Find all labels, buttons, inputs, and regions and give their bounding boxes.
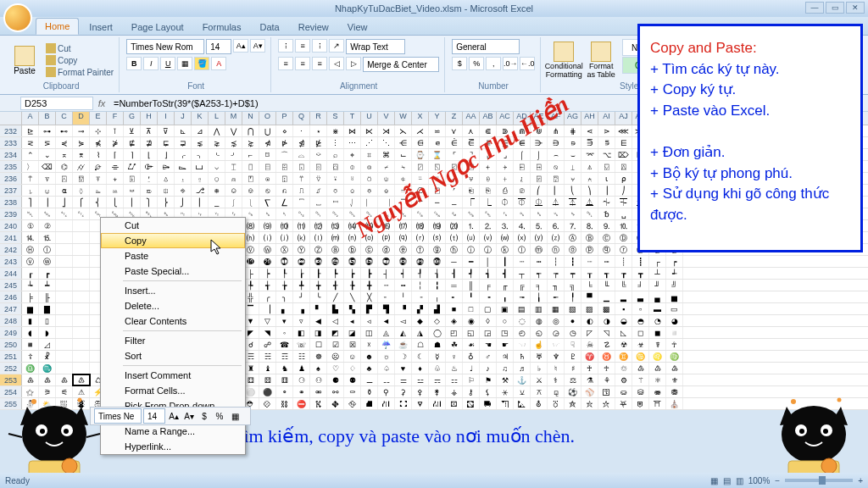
cell[interactable]: ☕ bbox=[395, 339, 412, 350]
cell[interactable]: ⋫ bbox=[276, 137, 293, 148]
tab-view[interactable]: View bbox=[339, 19, 376, 35]
column-header[interactable]: K bbox=[192, 112, 209, 125]
cell[interactable]: ⋬ bbox=[293, 137, 310, 148]
cell[interactable]: ◯ bbox=[429, 327, 446, 338]
cell[interactable]: ⒅ bbox=[412, 220, 429, 231]
cell[interactable]: ║ bbox=[463, 280, 480, 291]
cell[interactable]: ⋃ bbox=[259, 125, 276, 136]
cell[interactable]: ⋀ bbox=[209, 125, 225, 136]
column-header[interactable]: M bbox=[225, 112, 242, 125]
cell[interactable]: ⋗ bbox=[598, 125, 615, 136]
cell[interactable]: ⌲ bbox=[158, 161, 175, 172]
cell[interactable]: ☻ bbox=[361, 351, 378, 362]
cell[interactable]: ♰ bbox=[581, 363, 598, 374]
cell[interactable]: ⒍ bbox=[548, 220, 565, 231]
cell[interactable]: ┵ bbox=[666, 268, 683, 279]
cell[interactable]: ⌼ bbox=[327, 161, 344, 172]
row-header[interactable]: 247 bbox=[0, 303, 22, 314]
cell[interactable]: ⍊ bbox=[565, 161, 581, 172]
cell[interactable]: ⚈ bbox=[327, 374, 344, 385]
column-header[interactable]: A bbox=[22, 112, 39, 125]
align-top-button[interactable]: ⫶ bbox=[278, 39, 293, 53]
cell[interactable]: ⎊ bbox=[242, 185, 259, 196]
merge-center-button[interactable]: Merge & Center bbox=[363, 57, 439, 72]
cell[interactable]: ⋰ bbox=[361, 137, 378, 148]
cell[interactable]: ⒈ bbox=[463, 220, 480, 231]
cell[interactable]: ♷ bbox=[39, 374, 56, 385]
cell[interactable]: Ⓦ bbox=[259, 244, 276, 255]
cell[interactable]: ╶ bbox=[412, 291, 429, 302]
cell[interactable]: ╷ bbox=[429, 291, 446, 302]
row-header[interactable]: 250 bbox=[0, 339, 22, 350]
cell[interactable]: ◐ bbox=[581, 315, 598, 326]
cell[interactable]: ⎩ bbox=[107, 197, 124, 208]
cell[interactable]: ⒥ bbox=[276, 232, 293, 243]
row-header[interactable]: 242 bbox=[0, 244, 22, 255]
cell[interactable]: ☔ bbox=[378, 339, 395, 350]
cell[interactable]: ⋥ bbox=[175, 137, 192, 148]
cell[interactable]: ╴ bbox=[378, 291, 395, 302]
cell[interactable]: ⒳ bbox=[514, 232, 531, 243]
cell[interactable]: ⍆ bbox=[497, 161, 514, 172]
cell[interactable]: ⒑ bbox=[615, 220, 632, 231]
column-header[interactable]: T bbox=[344, 112, 361, 125]
cell[interactable]: ♎ bbox=[22, 363, 39, 374]
cell[interactable]: ⚘ bbox=[598, 374, 615, 385]
cell[interactable]: ⏃ bbox=[548, 197, 565, 208]
ctx-sort[interactable]: Sort bbox=[101, 348, 245, 363]
cell[interactable]: ╝ bbox=[666, 280, 683, 291]
cell[interactable]: ┣ bbox=[361, 268, 378, 279]
cell[interactable]: ┦ bbox=[412, 268, 429, 279]
cell[interactable]: ☖ bbox=[412, 339, 429, 350]
cell[interactable]: ♊ bbox=[615, 351, 632, 362]
cell[interactable]: ⋲ bbox=[395, 137, 412, 148]
cell[interactable]: ⋩ bbox=[242, 137, 259, 148]
cell[interactable]: ␚ bbox=[463, 208, 480, 219]
cell[interactable]: ⋈ bbox=[344, 125, 361, 136]
cell[interactable]: ⚽ bbox=[565, 386, 581, 397]
cell[interactable]: ⋽ bbox=[581, 137, 598, 148]
cell[interactable]: ♧ bbox=[429, 363, 446, 374]
cell[interactable]: ♱ bbox=[598, 363, 615, 374]
cell[interactable]: ■ bbox=[446, 303, 463, 314]
cell[interactable]: ⌍ bbox=[192, 149, 209, 160]
cell[interactable]: ⎛ bbox=[531, 185, 548, 196]
cell[interactable]: ⋒ bbox=[514, 125, 531, 136]
cell[interactable]: ┪ bbox=[480, 268, 497, 279]
cell[interactable]: ◍ bbox=[531, 315, 548, 326]
cell[interactable]: ⋡ bbox=[107, 137, 124, 148]
cell[interactable]: ⛧ bbox=[615, 398, 632, 409]
column-header[interactable]: S bbox=[327, 112, 344, 125]
cell[interactable]: ⒏ bbox=[581, 220, 598, 231]
office-button[interactable] bbox=[3, 3, 32, 32]
cell[interactable]: ⋹ bbox=[514, 137, 531, 148]
cell[interactable]: ⚉ bbox=[344, 374, 361, 385]
cell[interactable]: ⚫ bbox=[259, 386, 276, 397]
cell[interactable]: ▛ bbox=[361, 303, 378, 314]
cell[interactable]: ▮ bbox=[22, 315, 39, 326]
cell[interactable]: ━ bbox=[463, 256, 480, 267]
cell[interactable]: ⒱ bbox=[480, 232, 497, 243]
cell[interactable]: ⋕ bbox=[565, 125, 581, 136]
cell[interactable]: ◹ bbox=[598, 327, 615, 338]
cell[interactable]: ▤ bbox=[514, 303, 531, 314]
cell[interactable]: □ bbox=[463, 303, 480, 314]
cell[interactable]: ⏀ bbox=[497, 197, 514, 208]
ctx-cut[interactable]: Cut bbox=[101, 218, 245, 233]
cell[interactable]: ␕ bbox=[378, 208, 395, 219]
cell[interactable]: ♞ bbox=[276, 363, 293, 374]
cell[interactable]: ⍢ bbox=[310, 173, 327, 184]
cell[interactable]: ⒭ bbox=[412, 232, 429, 243]
cell[interactable]: ⎂ bbox=[107, 185, 124, 196]
cell[interactable]: ⍞ bbox=[242, 173, 259, 184]
cell[interactable]: ⛤ bbox=[565, 398, 581, 409]
currency-button[interactable]: $ bbox=[452, 57, 467, 70]
cell[interactable]: ⊻ bbox=[124, 125, 141, 136]
cell[interactable]: ⌟ bbox=[497, 149, 514, 160]
cell[interactable]: ⓗ bbox=[446, 244, 463, 255]
cell[interactable]: ⑼ bbox=[259, 220, 276, 231]
cell[interactable]: ⎏ bbox=[327, 185, 344, 196]
cell[interactable] bbox=[73, 220, 90, 231]
cell[interactable]: ⋱ bbox=[378, 137, 395, 148]
paste-button[interactable]: Paste bbox=[8, 39, 41, 81]
